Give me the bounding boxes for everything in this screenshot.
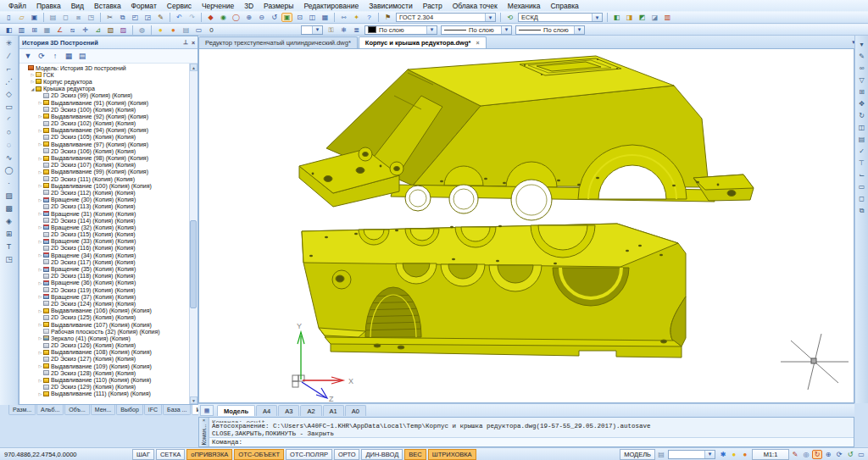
tree-item[interactable]: 2D Эскиз (128) (Копия) (Копия) xyxy=(19,369,198,376)
menu-item-формат[interactable]: Формат xyxy=(126,2,162,10)
sheet-tools-icon[interactable]: ▥ xyxy=(16,25,27,35)
linetype-combo[interactable]: По слою▼ xyxy=(441,25,512,35)
expander-icon[interactable]: ◢ xyxy=(30,86,36,91)
tree-item[interactable]: 2D Эскиз (126) (Копия) (Копия) xyxy=(19,342,198,349)
scrollbar-thumb[interactable] xyxy=(190,220,197,309)
close-icon[interactable]: × xyxy=(192,40,195,46)
tree-item[interactable]: ◢Крышка редуктора xyxy=(19,86,198,92)
group-icon[interactable]: ▦ xyxy=(63,51,75,62)
region-clip-icon[interactable]: ◻ xyxy=(856,193,867,203)
tsquare-icon[interactable]: ⊤ xyxy=(856,158,867,168)
tree-item[interactable]: ▷Корпус редуктора xyxy=(19,78,198,85)
print-icon[interactable]: ▤ xyxy=(47,13,58,22)
zoom-window-icon[interactable]: ⊡ xyxy=(294,13,305,22)
zoom-extents-icon[interactable]: ⊕ xyxy=(823,450,833,459)
tree-item[interactable]: ▷Выдавливание (110) (Копия) (Копия) xyxy=(19,376,198,383)
ellipse-icon[interactable]: ◯ xyxy=(3,165,15,176)
draft-brush-icon[interactable]: ✎ xyxy=(790,450,800,459)
wipeout-icon[interactable]: ⧉ xyxy=(856,205,867,215)
tree-item[interactable]: ▷Выдавливание (109) (Копия) (Копия) xyxy=(19,363,198,369)
cover-body[interactable] xyxy=(299,56,754,220)
expander-icon[interactable]: ▷ xyxy=(37,114,43,119)
filter-icon[interactable]: ▽ xyxy=(856,75,867,85)
chevron-down-icon[interactable]: ▼ xyxy=(574,26,584,34)
expander-icon[interactable]: ▷ xyxy=(37,335,43,341)
command-prompt[interactable]: Команда: xyxy=(209,437,854,446)
document-tab-1[interactable]: Редуктор трехступенчатый цилиндрический.… xyxy=(198,36,358,48)
toggle----------[interactable]: ОТС-ПОЛЯР xyxy=(286,449,332,460)
rectangle-icon[interactable]: ▭ xyxy=(3,102,15,113)
print-preview-icon[interactable]: ◻ xyxy=(60,13,71,22)
tree-item[interactable]: ▷Вращение (30) (Копия) (Копия) xyxy=(19,197,198,203)
new-file-icon[interactable]: ▯ xyxy=(3,13,14,22)
tree-item[interactable]: ▷Выдавливание (106) (Копия) (Копия) xyxy=(19,308,198,314)
line-icon[interactable]: ∕ xyxy=(3,51,15,62)
housing-body[interactable] xyxy=(302,224,686,357)
hatch-icon[interactable]: ▨ xyxy=(3,191,15,202)
toggle----[interactable]: ШАГ xyxy=(132,449,154,460)
tree-item[interactable]: 2D Эскиз (119) (Копия) (Копия) xyxy=(19,286,198,293)
layout-tab-a4[interactable]: A4 xyxy=(256,405,277,416)
panel-tab-[interactable]: Выбор xyxy=(116,405,143,415)
visual-style-icon[interactable]: ✎ xyxy=(856,51,867,61)
menu-item-размеры[interactable]: Размеры xyxy=(259,2,298,10)
object-links-icon[interactable]: ◉ xyxy=(218,13,229,22)
tree-item[interactable]: ▷ГСК xyxy=(19,71,198,78)
macro-icon[interactable]: ◍ xyxy=(136,25,147,35)
pin-icon[interactable]: ⊥ xyxy=(183,39,188,46)
viewport-icon[interactable]: ◫ xyxy=(856,122,867,132)
tree-item[interactable]: ▷Вращение (35) (Копия) (Копия) xyxy=(19,265,198,272)
zoom-dynamic-icon[interactable]: ◯ xyxy=(231,13,242,22)
zero-badge[interactable]: 0 xyxy=(206,25,217,35)
expander-icon[interactable]: ▷ xyxy=(37,183,43,188)
cut-icon[interactable]: ✂ xyxy=(104,13,115,22)
zoom-in-icon[interactable]: ⊕ xyxy=(243,13,254,22)
tree-item[interactable]: 2D Эскиз (114) (Копия) (Копия) xyxy=(19,217,198,224)
tree-item[interactable]: ▷Вращение (31) (Копия) (Копия) xyxy=(19,210,198,217)
zoom-previous-icon[interactable]: ↺ xyxy=(269,13,280,22)
tree-item[interactable]: ▷Выдавливание (100) (Копия) (Копия) xyxy=(19,182,198,189)
move-ucs-icon[interactable]: ✛ xyxy=(80,25,91,35)
swivel-icon[interactable]: ⟳ xyxy=(834,450,844,459)
tree-item[interactable]: Модель: История 3D построений xyxy=(19,64,198,71)
tree-item[interactable]: 2D Эскиз (125) (Копия) (Копия) xyxy=(19,314,198,321)
tree-item[interactable]: ▷Зеркало (41) (Копия) (Копия) xyxy=(19,335,198,341)
scroll-down-icon[interactable]: ▼ xyxy=(190,396,198,404)
expander-icon[interactable]: ▷ xyxy=(37,128,43,133)
draft-mode-icon[interactable]: ✦ xyxy=(351,13,362,22)
expander-icon[interactable]: ▷ xyxy=(37,322,43,327)
regen-icon[interactable]: ↺ xyxy=(845,450,855,459)
zoom-icon[interactable]: ◎ xyxy=(801,450,811,459)
tree-item[interactable]: 2D Эскиз (111) (Копия) (Копия) xyxy=(19,175,198,182)
layout-tab-a0[interactable]: A0 xyxy=(345,405,366,416)
chevron-down-icon[interactable]: ▼ xyxy=(312,26,322,34)
color-combo[interactable]: По слою▼ xyxy=(364,25,437,35)
text-icon[interactable]: T xyxy=(3,241,15,252)
model-viewport[interactable]: Y X Z xyxy=(198,48,854,403)
open-folder-icon[interactable]: ▱ xyxy=(16,13,27,22)
properties-icon[interactable]: ▤ xyxy=(856,134,867,144)
menu-item-сервис[interactable]: Сервис xyxy=(162,2,197,10)
scale-display[interactable]: М1:1 xyxy=(752,449,789,460)
zoom-all-icon[interactable]: ▣ xyxy=(281,13,292,22)
expander-icon[interactable]: ▷ xyxy=(37,267,43,272)
panel-tab-[interactable]: База ... xyxy=(163,405,191,415)
expander-icon[interactable]: ▷ xyxy=(37,239,43,244)
tree-item[interactable]: ▷Вращение (33) (Копия) (Копия) xyxy=(19,238,198,245)
publish-icon[interactable]: ◳ xyxy=(86,13,97,22)
tree-item[interactable]: Рабочая плоскость (32) (Копия) (Копия) xyxy=(19,328,198,335)
menu-item-3d[interactable]: 3D xyxy=(239,2,259,10)
db-report-icon[interactable]: ▥ xyxy=(662,13,673,22)
db-import-icon[interactable]: ◧ xyxy=(611,13,622,22)
expander-icon[interactable]: ▷ xyxy=(37,169,43,175)
expander-icon[interactable]: ▷ xyxy=(37,211,43,216)
tree-item[interactable]: 2D Эскиз (112) (Копия) (Копия) xyxy=(19,189,198,196)
db-export-icon[interactable]: ◨ xyxy=(624,13,635,22)
paper-settings-icon[interactable]: ▤ xyxy=(656,450,666,459)
report-icon[interactable]: ▤ xyxy=(76,51,88,62)
plot-style-icon[interactable]: ▤ xyxy=(181,25,192,35)
chevron-down-icon[interactable]: ▼ xyxy=(592,14,602,21)
fit-distance-icon[interactable]: ⇿ xyxy=(338,13,349,22)
tree-item[interactable]: ▷Выдавливание (108) (Копия) (Копия) xyxy=(19,349,198,356)
bulb-icon[interactable]: ● xyxy=(729,450,739,459)
